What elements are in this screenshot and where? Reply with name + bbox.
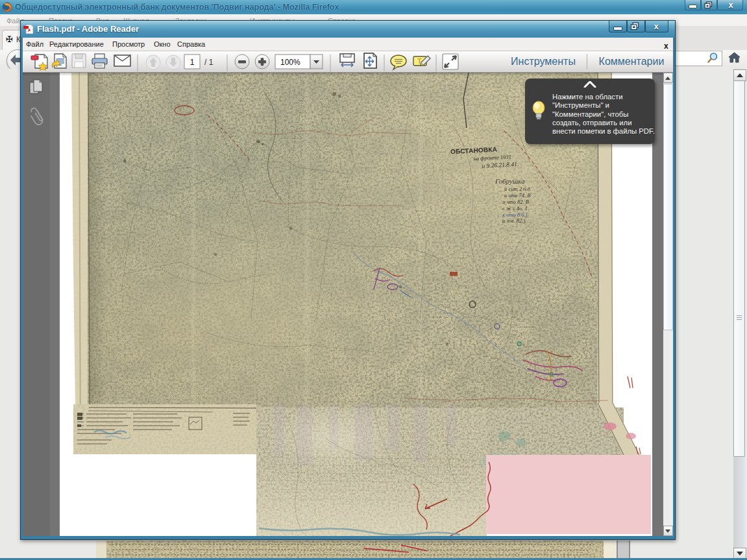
svg-text:и зов. 82.): и зов. 82.) <box>502 217 525 224</box>
svg-text:и чтв 74. В: и чтв 74. В <box>504 192 530 199</box>
svg-text:и сит 2 б.д.: и сит 2 б.д. <box>504 186 532 192</box>
svg-text:с ж с 4о. 1: с ж с 4о. 1 <box>502 205 528 212</box>
svg-text:и что 82. В: и что 82. В <box>502 199 529 205</box>
svg-text:/ 1: / 1 <box>204 58 214 67</box>
svg-text:Гобрушка: Гобрушка <box>495 177 525 185</box>
svg-text:1: 1 <box>190 58 195 67</box>
svg-text:100%: 100% <box>280 58 300 67</box>
